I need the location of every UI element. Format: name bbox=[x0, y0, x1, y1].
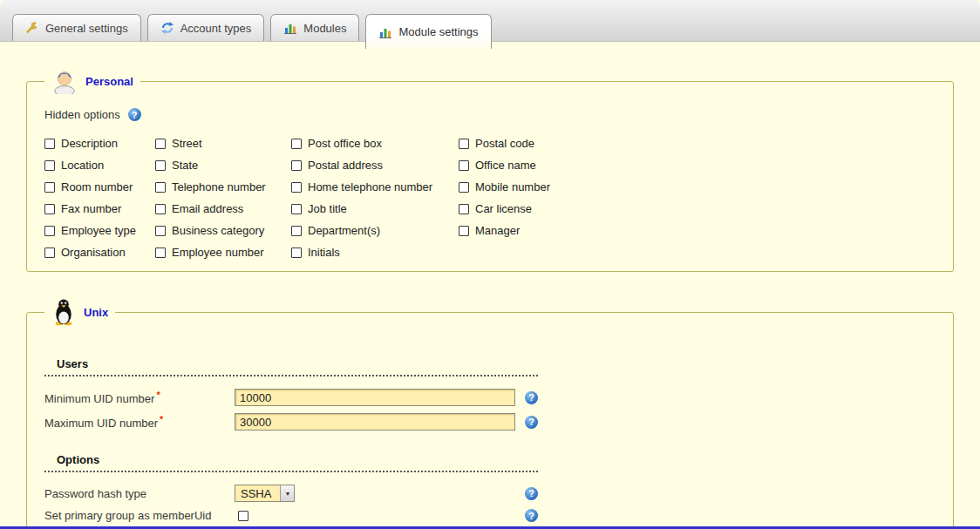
hidden-option-telephone-number: Telephone number bbox=[155, 180, 291, 193]
hidden-option-checkbox[interactable] bbox=[155, 204, 166, 214]
hidden-option-department-s-: Department(s) bbox=[291, 224, 459, 237]
modules-icon bbox=[378, 25, 392, 39]
hidden-option-label: Description bbox=[61, 137, 118, 150]
tab-module-settings[interactable]: Module settings bbox=[365, 14, 491, 49]
hidden-option-employee-number: Employee number bbox=[155, 246, 291, 259]
hidden-option-organisation: Organisation bbox=[44, 246, 155, 259]
hidden-option-checkbox[interactable] bbox=[44, 248, 55, 258]
hidden-option-label: Organisation bbox=[61, 246, 126, 259]
hidden-option-email-address: Email address bbox=[155, 202, 291, 215]
hidden-option-checkbox[interactable] bbox=[44, 160, 55, 171]
tab-label: Modules bbox=[303, 22, 346, 35]
hidden-option-checkbox[interactable] bbox=[291, 182, 302, 193]
hidden-option-postal-address: Postal address bbox=[291, 159, 459, 172]
hidden-option-checkbox[interactable] bbox=[44, 204, 55, 214]
hidden-option-location: Location bbox=[44, 159, 155, 172]
hidden-option-business-category: Business category bbox=[155, 224, 291, 237]
hidden-option-street: Street bbox=[155, 137, 291, 150]
tab-label: General settings bbox=[45, 22, 128, 35]
hidden-option-checkbox[interactable] bbox=[44, 139, 55, 149]
hidden-option-checkbox[interactable] bbox=[155, 226, 166, 236]
hidden-option-label: Postal address bbox=[308, 159, 383, 172]
modules-icon bbox=[283, 21, 297, 35]
tab-account-types[interactable]: Account types bbox=[147, 14, 265, 41]
member-uid-checkbox[interactable] bbox=[238, 511, 248, 521]
hidden-option-office-name: Office name bbox=[459, 159, 650, 172]
hidden-option-label: Telephone number bbox=[172, 180, 266, 193]
hidden-option-label: Department(s) bbox=[308, 224, 380, 237]
tab-modules[interactable]: Modules bbox=[270, 14, 359, 41]
hidden-option-description: Description bbox=[44, 137, 155, 150]
personal-legend-label: Personal bbox=[85, 75, 133, 88]
password-hash-help-icon[interactable]: ? bbox=[525, 487, 538, 500]
password-hash-label: Password hash type bbox=[44, 487, 235, 500]
options-section-title: Options bbox=[44, 453, 538, 472]
hidden-option-label: Manager bbox=[475, 224, 520, 237]
personal-legend: Personal bbox=[44, 68, 140, 94]
min-uid-input[interactable] bbox=[235, 389, 515, 406]
unix-legend: Unix bbox=[44, 298, 115, 326]
hidden-option-checkbox[interactable] bbox=[291, 248, 302, 258]
tab-label: Module settings bbox=[398, 25, 478, 38]
hidden-option-checkbox[interactable] bbox=[291, 139, 302, 149]
hidden-option-fax-number: Fax number bbox=[44, 202, 155, 215]
hidden-option-job-title: Job title bbox=[291, 202, 459, 215]
min-uid-row: Minimum UID number* ? bbox=[44, 389, 538, 406]
password-hash-select[interactable]: SSHA ▼ bbox=[235, 485, 295, 502]
hidden-option-checkbox[interactable] bbox=[459, 204, 469, 214]
module-settings-page: General settingsAccount typesModulesModu… bbox=[0, 0, 980, 529]
hidden-options-label: Hidden options bbox=[44, 108, 120, 121]
hidden-option-checkbox[interactable] bbox=[291, 226, 302, 236]
max-uid-help-icon[interactable]: ? bbox=[525, 416, 538, 429]
min-uid-label: Minimum UID number* bbox=[44, 390, 235, 405]
hidden-option-postal-code: Postal code bbox=[459, 137, 650, 150]
hidden-option-label: Office name bbox=[475, 159, 536, 172]
tab-label: Account types bbox=[180, 22, 252, 35]
sync-icon bbox=[160, 21, 174, 35]
hidden-option-checkbox[interactable] bbox=[44, 182, 55, 193]
unix-legend-label: Unix bbox=[84, 306, 108, 319]
person-icon bbox=[51, 68, 78, 94]
hidden-option-state: State bbox=[155, 159, 291, 172]
personal-fieldset: Personal Hidden options ? DescriptionStr… bbox=[26, 68, 954, 272]
hidden-option-checkbox[interactable] bbox=[155, 139, 166, 149]
hidden-option-checkbox[interactable] bbox=[459, 182, 469, 193]
hidden-option-initials: Initials bbox=[291, 246, 459, 259]
min-uid-help-icon[interactable]: ? bbox=[525, 391, 538, 404]
hidden-option-checkbox[interactable] bbox=[155, 160, 166, 171]
member-uid-row: Set primary group as memberUid ? bbox=[44, 509, 538, 522]
hidden-options-row: Hidden options ? bbox=[44, 108, 943, 121]
chevron-down-icon: ▼ bbox=[280, 485, 294, 501]
hidden-option-checkbox[interactable] bbox=[44, 226, 55, 236]
users-section-title: Users bbox=[44, 357, 538, 376]
hidden-option-label: Postal code bbox=[475, 137, 534, 150]
hidden-option-checkbox[interactable] bbox=[291, 160, 302, 171]
hidden-option-room-number: Room number bbox=[44, 180, 155, 193]
required-marker: * bbox=[156, 390, 160, 400]
hidden-options-grid: DescriptionStreetPost office boxPostal c… bbox=[44, 137, 943, 259]
hidden-option-manager: Manager bbox=[459, 224, 650, 237]
tab-general-settings[interactable]: General settings bbox=[12, 14, 141, 41]
hidden-option-label: Email address bbox=[172, 202, 243, 215]
hidden-option-label: Location bbox=[61, 159, 104, 172]
hidden-option-label: Job title bbox=[308, 202, 347, 215]
hidden-option-label: Post office box bbox=[308, 137, 382, 150]
hidden-options-help-icon[interactable]: ? bbox=[128, 108, 141, 121]
hidden-option-checkbox[interactable] bbox=[155, 182, 166, 193]
users-section-header: Users bbox=[44, 357, 538, 376]
tab-bar: General settingsAccount typesModulesModu… bbox=[0, 0, 980, 42]
hidden-option-label: Room number bbox=[61, 180, 133, 193]
hidden-option-checkbox[interactable] bbox=[459, 226, 469, 236]
hidden-option-checkbox[interactable] bbox=[459, 160, 469, 171]
hidden-option-label: Fax number bbox=[61, 202, 121, 215]
hidden-option-checkbox[interactable] bbox=[155, 248, 166, 258]
password-hash-value: SSHA bbox=[235, 485, 280, 501]
member-uid-label: Set primary group as memberUid bbox=[44, 509, 235, 522]
hidden-option-home-telephone-number: Home telephone number bbox=[291, 180, 459, 193]
member-uid-help-icon[interactable]: ? bbox=[525, 509, 538, 522]
unix-fieldset: Unix Users Minimum UID number* ? Maximum… bbox=[26, 298, 954, 529]
max-uid-input[interactable] bbox=[235, 413, 515, 431]
hidden-option-checkbox[interactable] bbox=[291, 204, 302, 214]
hidden-option-label: Employee type bbox=[61, 224, 136, 237]
hidden-option-checkbox[interactable] bbox=[459, 139, 469, 149]
